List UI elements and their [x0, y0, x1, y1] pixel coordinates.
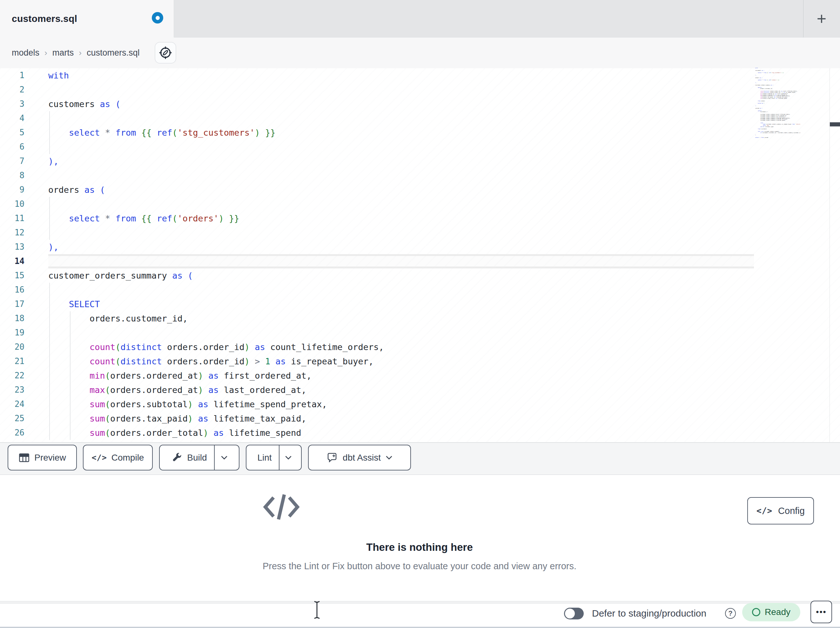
status-badge: Ready — [742, 603, 800, 621]
code-line[interactable]: 9orders as ( — [0, 183, 829, 197]
chevron-right-icon: › — [44, 48, 47, 58]
code-line[interactable]: 21 count(distinct orders.order_id) > 1 a… — [0, 354, 829, 369]
line-number: 15 — [0, 269, 24, 283]
code-line[interactable]: 11 select * from {{ ref('orders') }} — [0, 211, 829, 226]
code-line[interactable]: 22 min(orders.ordered_at) as first_order… — [0, 369, 829, 383]
line-number: 24 — [0, 397, 24, 411]
code-line[interactable]: 10 — [0, 197, 829, 211]
code-line[interactable]: 26 sum(orders.order_total) as lifetime_s… — [0, 426, 829, 440]
code-brackets-icon — [261, 492, 578, 522]
file-header: models › marts › customers.sql Save — [0, 38, 840, 68]
code-line[interactable]: 24 sum(orders.subtotal) as lifetime_spen… — [0, 397, 829, 411]
code-line[interactable]: 19 — [0, 326, 829, 340]
line-number: 10 — [0, 197, 24, 211]
line-number: 11 — [0, 211, 24, 226]
defer-toggle[interactable] — [564, 607, 584, 619]
code-line-content: select * from {{ ref('stg_customers') }} — [24, 125, 275, 140]
line-number: 9 — [0, 183, 24, 197]
indent-guide — [49, 197, 50, 240]
table-grid-icon — [19, 452, 30, 463]
line-number: 17 — [0, 297, 24, 311]
code-line[interactable]: 8 — [0, 168, 829, 183]
window-bottom-edge — [0, 627, 840, 628]
indent-guide — [49, 283, 50, 440]
breadcrumb-item-marts[interactable]: marts — [52, 48, 74, 58]
line-number: 7 — [0, 154, 24, 168]
code-line[interactable]: 3customers as ( — [0, 97, 829, 111]
editor-toolbar: Preview </> Compile Build Lint — [0, 443, 840, 475]
chevron-right-icon: › — [79, 48, 82, 58]
code-line[interactable]: 23 max(orders.ordered_at) as last_ordere… — [0, 383, 829, 397]
compass-icon — [158, 46, 173, 60]
plus-icon: + — [817, 11, 826, 27]
code-line[interactable]: 25 sum(orders.tax_paid) as lifetime_tax_… — [0, 411, 829, 426]
chevron-down-icon — [220, 455, 228, 460]
code-editor[interactable]: 1with23customers as (45 select * from {{… — [0, 68, 840, 442]
code-line-content: count(distinct orders.order_id) as count… — [24, 340, 384, 354]
breadcrumb-item-file[interactable]: customers.sql — [87, 48, 140, 58]
code-line[interactable]: 2 — [0, 82, 829, 97]
build-button[interactable]: Build — [165, 445, 214, 470]
code-line-content: ), — [24, 154, 59, 168]
lint-dropdown-button[interactable] — [279, 445, 297, 470]
line-number: 1 — [0, 68, 24, 82]
line-number: 8 — [0, 168, 24, 183]
line-number: 18 — [0, 311, 24, 326]
code-line[interactable]: 4 — [0, 111, 829, 125]
code-line[interactable]: 17 SELECT — [0, 297, 829, 311]
code-line-content: count(distinct orders.order_id) > 1 as i… — [24, 354, 373, 369]
toggle-knob — [565, 609, 575, 619]
code-lines[interactable]: 1with23customers as (45 select * from {{… — [0, 68, 829, 440]
code-line[interactable]: 12 — [0, 226, 829, 240]
code-line[interactable]: 13), — [0, 240, 829, 254]
preview-button[interactable]: Preview — [8, 445, 77, 470]
code-line[interactable]: 6 — [0, 140, 829, 154]
line-number: 23 — [0, 383, 24, 397]
code-line-content: sum(orders.tax_paid) as lifetime_tax_pai… — [24, 411, 306, 426]
lint-button[interactable]: Lint — [250, 445, 278, 470]
help-icon[interactable]: ? — [725, 608, 736, 619]
code-line-content: customer_orders_summary as ( — [24, 269, 193, 283]
code-line[interactable]: 16 — [0, 283, 829, 297]
wrench-icon — [172, 452, 183, 463]
code-line-content: ), — [24, 240, 59, 254]
line-number: 13 — [0, 240, 24, 254]
code-line-content: SELECT — [24, 297, 100, 311]
file-tab[interactable]: customers.sql — [0, 0, 174, 38]
lineage-compass-button[interactable] — [155, 42, 176, 63]
line-number: 12 — [0, 226, 24, 240]
code-line[interactable]: 5 select * from {{ ref('stg_customers') … — [0, 125, 829, 140]
chevron-down-icon — [284, 455, 292, 460]
config-button[interactable]: </> Config — [747, 497, 814, 524]
code-line[interactable]: 15customer_orders_summary as ( — [0, 269, 829, 283]
editor-scrollbar-thumb[interactable] — [830, 122, 840, 127]
code-line[interactable]: 14 — [0, 254, 829, 269]
breadcrumb-item-models[interactable]: models — [12, 48, 39, 58]
more-options-button[interactable]: ••• — [810, 601, 832, 623]
ellipsis-icon: ••• — [816, 607, 826, 617]
file-tab-title: customers.sql — [12, 13, 77, 24]
assist-chat-icon — [326, 452, 338, 464]
code-line[interactable]: 1with — [0, 68, 829, 82]
code-line-content: sum(orders.order_total) as lifetime_spen… — [24, 426, 302, 440]
line-number: 4 — [0, 111, 24, 125]
code-line[interactable]: 20 count(distinct orders.order_id) as co… — [0, 340, 829, 354]
new-tab-button[interactable]: + — [809, 7, 834, 30]
code-line[interactable]: 18 orders.customer_id, — [0, 311, 829, 326]
code-brackets-icon: </> — [92, 453, 107, 462]
build-dropdown-button[interactable] — [215, 445, 234, 470]
line-number: 22 — [0, 369, 24, 383]
code-line[interactable]: 7), — [0, 154, 829, 168]
empty-state-subtitle: Press the Lint or Fix button above to ev… — [261, 561, 578, 571]
build-split-button: Build — [159, 445, 240, 470]
dbt-assist-button[interactable]: dbt Assist — [308, 445, 411, 470]
code-line-content: with — [24, 68, 69, 82]
line-number: 14 — [0, 254, 24, 269]
empty-state: There is nothing here Press the Lint or … — [261, 492, 578, 571]
minimap[interactable]: with customers as ( select * from {{ ref… — [755, 68, 800, 147]
line-number: 16 — [0, 283, 24, 297]
line-number: 5 — [0, 125, 24, 140]
line-number: 26 — [0, 426, 24, 440]
status-bar: Defer to staging/production ? Ready ••• — [0, 604, 840, 627]
compile-button[interactable]: </> Compile — [83, 445, 153, 470]
